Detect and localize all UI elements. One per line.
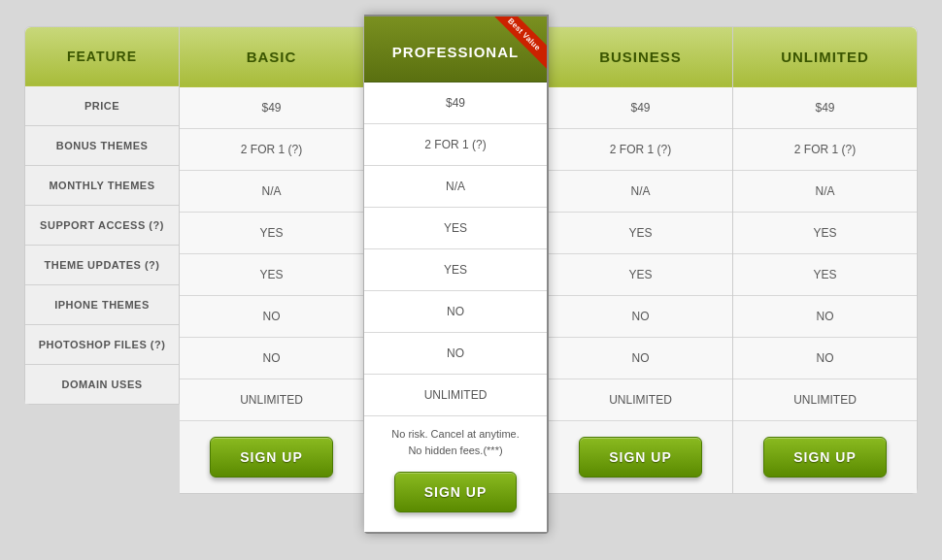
feature-column: FEATURE PRICE BONUS THEMES MONTHLY THEME…	[24, 26, 180, 405]
basic-signup-button[interactable]: SIGN UP	[210, 437, 333, 478]
plan-business: BUSINESS $49 2 FOR 1 (?) N/A YES YES NO …	[549, 26, 733, 494]
basic-theme-updates: YES	[180, 254, 363, 296]
pricing-table: FEATURE PRICE BONUS THEMES MONTHLY THEME…	[24, 26, 918, 534]
business-monthly-themes: N/A	[549, 171, 732, 213]
unlimited-iphone-themes: NO	[733, 296, 917, 338]
unlimited-signup-button[interactable]: SIGN UP	[763, 437, 887, 478]
professional-iphone-themes: NO	[364, 291, 547, 333]
basic-monthly-themes: N/A	[180, 171, 363, 213]
unlimited-support-access: YES	[733, 213, 917, 254]
feature-theme-updates: THEME UPDATES (?)	[25, 246, 179, 285]
feature-photoshop-files: PHOTOSHOP FILES (?)	[25, 325, 179, 365]
professional-support-access: YES	[364, 208, 547, 249]
best-value-ribbon	[488, 16, 547, 75]
unlimited-price: $49	[733, 87, 917, 129]
basic-support-access: YES	[180, 213, 363, 254]
professional-photoshop-files: NO	[364, 333, 547, 375]
plan-unlimited: UNLIMITED $49 2 FOR 1 (?) N/A YES YES NO…	[733, 26, 918, 494]
basic-photoshop-files: NO	[180, 338, 363, 379]
basic-price: $49	[180, 87, 363, 129]
professional-bonus-themes: 2 FOR 1 (?)	[364, 124, 547, 166]
professional-footer: SIGN UP	[364, 462, 547, 532]
basic-bonus-themes: 2 FOR 1 (?)	[180, 129, 363, 171]
feature-domain-uses: DOMAIN USES	[25, 365, 179, 404]
professional-price: $49	[364, 82, 547, 124]
business-theme-updates: YES	[549, 254, 732, 296]
business-support-access: YES	[549, 213, 732, 254]
unlimited-theme-updates: YES	[733, 254, 917, 296]
feature-iphone-themes: IPHONE THEMES	[25, 285, 179, 325]
professional-monthly-themes: N/A	[364, 166, 547, 208]
business-domain-uses: UNLIMITED	[549, 379, 732, 421]
feature-monthly-themes: MONTHLY THEMES	[25, 166, 179, 206]
basic-footer: SIGN UP	[180, 421, 363, 493]
plan-professional-header: PROFESSIONAL	[364, 16, 547, 82]
business-photoshop-files: NO	[549, 338, 732, 379]
unlimited-footer: SIGN UP	[733, 421, 917, 493]
unlimited-domain-uses: UNLIMITED	[733, 379, 917, 421]
business-bonus-themes: 2 FOR 1 (?)	[549, 129, 732, 171]
plan-unlimited-header: UNLIMITED	[733, 27, 917, 87]
professional-theme-updates: YES	[364, 249, 547, 291]
professional-no-risk: No risk. Cancel at anytime.No hidden fee…	[364, 416, 547, 462]
basic-domain-uses: UNLIMITED	[180, 379, 363, 421]
plan-basic: BASIC $49 2 FOR 1 (?) N/A YES YES NO NO …	[180, 26, 364, 494]
plan-professional: PROFESSIONAL $49 2 FOR 1 (?) N/A YES YES…	[364, 15, 549, 534]
feature-bonus-themes: BONUS THEMES	[25, 126, 179, 166]
professional-domain-uses: UNLIMITED	[364, 375, 547, 416]
business-price: $49	[549, 87, 732, 129]
business-signup-button[interactable]: SIGN UP	[579, 437, 702, 478]
plan-basic-header: BASIC	[180, 27, 363, 87]
feature-header: FEATURE	[25, 27, 179, 86]
plan-business-header: BUSINESS	[549, 27, 732, 87]
professional-signup-button[interactable]: SIGN UP	[394, 472, 518, 512]
unlimited-photoshop-files: NO	[733, 338, 917, 379]
feature-support-access: SUPPORT ACCESS (?)	[25, 206, 179, 246]
business-iphone-themes: NO	[549, 296, 732, 338]
unlimited-monthly-themes: N/A	[733, 171, 917, 213]
business-footer: SIGN UP	[549, 421, 732, 493]
basic-iphone-themes: NO	[180, 296, 363, 338]
feature-price: PRICE	[25, 86, 179, 126]
unlimited-bonus-themes: 2 FOR 1 (?)	[733, 129, 917, 171]
